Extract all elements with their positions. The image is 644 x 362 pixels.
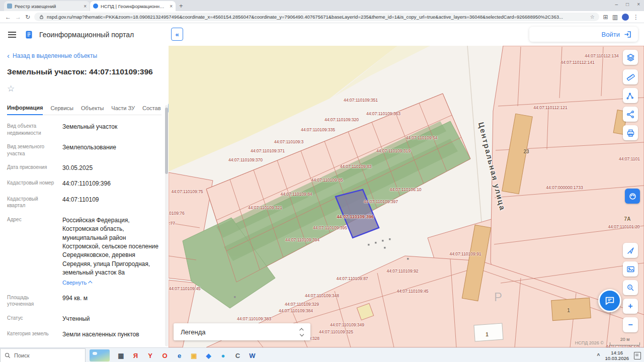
screenshot-tool-button[interactable] (623, 261, 638, 277)
field-value: Земельный участок (62, 123, 162, 136)
ruler-tool-button[interactable] (623, 69, 638, 84)
field-label: Кадастровый номер (7, 179, 56, 188)
scale-bar: 20 м (610, 337, 640, 345)
field-value: 44:07:110109 (62, 196, 162, 209)
page-title: Земельный участок: 44:07:110109:396 (7, 67, 162, 76)
login-label: Войти (602, 31, 620, 38)
browser-menu-icon[interactable]: ⋮ (633, 14, 639, 20)
profile-avatar[interactable] (622, 14, 629, 21)
back-icon[interactable]: ← (5, 14, 11, 20)
panel-tab-1[interactable]: Информация (7, 105, 43, 115)
bookmark-star-icon[interactable]: ☆ (590, 14, 595, 20)
zoom-out-button[interactable]: − (623, 317, 638, 332)
address-bar[interactable]: nspd.gov.ru/map?thematic=PKK&zoom=18.090… (34, 13, 599, 21)
taskbar-icon-opera[interactable]: O (157, 348, 172, 362)
back-to-selected-link[interactable]: ‹ Назад в выделенные объекты (7, 52, 162, 59)
field-label: Вид объекта недвижимости (7, 123, 56, 136)
field-label: Площадь уточненная (7, 294, 56, 308)
chat-icon (604, 295, 615, 306)
identify-tool-button[interactable] (623, 280, 638, 295)
browser-tab-registry[interactable]: Реестр извещений × (4, 1, 90, 11)
share-tool-button[interactable] (623, 107, 638, 122)
measure-tool-button[interactable] (623, 88, 638, 103)
field-value: 30.05.2025 (62, 164, 162, 172)
field-row: Вид земельного участкаЗемлепользование (7, 140, 162, 160)
scale-label: 20 м (620, 337, 630, 342)
field-label: Категория земель (7, 330, 56, 339)
taskbar: Поиск ▦ЯYOe▣◆●CW ^ 14:16 10.03.2026 (0, 347, 644, 362)
field-value: 44:07:110109:396 (62, 179, 162, 188)
browser-tab-nspd[interactable]: НСПД | Геоинформационный п × (90, 1, 176, 11)
map-canvas[interactable] (169, 46, 644, 347)
field-row: Дата присвоения30.05.2025 (7, 160, 162, 176)
collapse-address-link[interactable]: Свернуть (62, 279, 92, 287)
forward-icon[interactable]: → (15, 14, 21, 20)
print-tool-button[interactable] (623, 125, 638, 140)
layers-icon (626, 53, 635, 62)
tab-close-icon[interactable]: × (84, 4, 87, 9)
panel-tab-3[interactable]: Объекты (81, 105, 104, 115)
taskbar-icon-file-explorer[interactable]: ▣ (187, 348, 201, 362)
taskbar-icon-yandex-start[interactable]: Y (143, 348, 157, 362)
hamburger-menu-icon[interactable] (8, 34, 16, 35)
layers-tool-button[interactable] (623, 50, 638, 65)
split-view-icon[interactable]: ▥ (612, 14, 618, 20)
taskbar-icon-blue-app[interactable]: ◆ (201, 348, 216, 362)
c-app-icon: C (235, 352, 240, 359)
collapse-panel-button[interactable]: « (171, 28, 183, 41)
field-row: СтатусУчтенный (7, 311, 162, 327)
taskbar-clock[interactable]: 14:16 10.03.2026 (605, 350, 629, 361)
taskbar-icons: ▦ЯYOe▣◆●CW (114, 348, 260, 362)
measure-icon (626, 92, 635, 100)
field-row: Кадастровый номер44:07:110109:396 (7, 176, 162, 192)
taskbar-search[interactable]: Поиск (0, 348, 86, 362)
panel-tabs: ИнформацияСервисыОбъектыЧасти ЗУСостав› (7, 103, 162, 115)
minimize-button[interactable]: – (615, 2, 618, 7)
panel-tab-5[interactable]: Состав (142, 105, 160, 115)
maximize-button[interactable]: □ (626, 2, 629, 7)
field-label: Дата присвоения (7, 164, 56, 172)
print-icon (626, 129, 635, 137)
zoom-in-button[interactable]: + (623, 299, 638, 314)
extensions-icon[interactable]: ⊞ (603, 14, 608, 20)
new-tab-button[interactable]: + (179, 2, 183, 10)
taskbar-icon-c-app[interactable]: C (230, 348, 245, 362)
clock-time: 14:16 (611, 350, 623, 355)
edge-icon: e (178, 352, 181, 359)
locate-tool-button[interactable] (623, 243, 638, 258)
weather-widget[interactable] (90, 349, 110, 361)
legend-expand-icon[interactable] (300, 328, 303, 336)
taskbar-icon-yandex-browser[interactable]: Я (128, 348, 143, 362)
field-value: Земли населенных пунктов (62, 330, 162, 339)
panel-scrollbar-thumb[interactable] (165, 108, 168, 174)
taskbar-icon-telegram[interactable]: ● (216, 348, 230, 362)
notification-center-icon[interactable] (634, 352, 641, 359)
image-icon (626, 265, 635, 274)
yandex-browser-icon: Я (133, 352, 138, 359)
search-doc-icon (626, 284, 635, 292)
field-label: Адрес (7, 216, 56, 287)
reload-icon[interactable]: ↻ (25, 14, 30, 20)
panel-tab-2[interactable]: Сервисы (50, 105, 73, 115)
chat-button[interactable] (598, 289, 621, 312)
field-label: Статус (7, 315, 56, 323)
clock-date: 10.03.2026 (605, 355, 629, 361)
minus-icon: − (628, 321, 632, 329)
login-box[interactable]: Войти (529, 27, 638, 42)
panel-tab-4[interactable]: Части ЗУ (111, 105, 135, 115)
favorite-star-icon[interactable]: ☆ (7, 83, 15, 94)
close-button[interactable]: × (637, 2, 640, 7)
tab-close-icon[interactable]: × (170, 4, 173, 9)
tab-favicon (93, 4, 98, 9)
map-credit: НСПД 2026 © 20 м (575, 337, 640, 345)
search-icon (5, 352, 11, 358)
taskbar-icon-edge[interactable]: e (172, 348, 187, 362)
tray-chevron-icon[interactable]: ^ (597, 353, 600, 358)
legend-bar[interactable]: Легенда (174, 323, 310, 340)
task-view-icon: ▦ (118, 352, 124, 359)
panorama-tool-button[interactable] (625, 189, 640, 204)
url-text: nspd.gov.ru/map?thematic=PKK&zoom=18.090… (47, 14, 588, 20)
taskbar-icon-task-view[interactable]: ▦ (114, 348, 128, 362)
map-area[interactable]: Центральная улица 44:07:110112:13444:07:… (169, 46, 644, 347)
taskbar-icon-word[interactable]: W (245, 348, 260, 362)
